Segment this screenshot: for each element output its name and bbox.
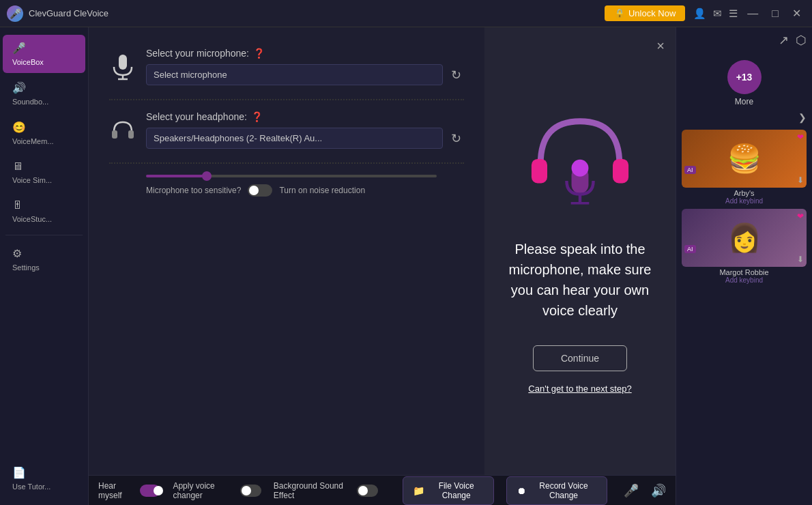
card-keybind[interactable]: Add keybind bbox=[682, 197, 807, 205]
headphone-row: Select your headphone: ❓ Speakers/Headph… bbox=[109, 111, 464, 149]
expand-icon[interactable]: ❯ bbox=[798, 112, 807, 123]
ai-badge: AI bbox=[684, 166, 696, 174]
title-bar: 🎤 ClevGuard CleVoice 🔒 Unlock Now 👤 ✉ ☰ … bbox=[0, 0, 812, 27]
headphone-field: Select your headphone: ❓ Speakers/Headph… bbox=[146, 111, 464, 149]
right-panel: ↗ ⬡ +13 More ❯ 🍔 ❤ AI ⬇ Arby's Add keybi… bbox=[676, 27, 812, 505]
card-image: 👩 bbox=[682, 209, 807, 267]
apply-voice-changer-toggle[interactable] bbox=[240, 485, 261, 497]
download-icon: ⬇ bbox=[797, 255, 804, 264]
microphone-row: Select your microphone: ❓ Select microph… bbox=[109, 48, 464, 85]
bottom-bar: Hear myself Apply voice changer Backgrou… bbox=[89, 475, 676, 505]
svg-rect-3 bbox=[112, 130, 117, 139]
sidebar-item-voicebox[interactable]: 🎤 VoiceBox bbox=[3, 35, 85, 73]
background-sound-item: Background Sound Effect bbox=[274, 481, 378, 500]
microphone-help-icon[interactable]: ❓ bbox=[253, 48, 265, 59]
cant-get-link[interactable]: Can't get to the next step? bbox=[528, 384, 631, 394]
divider-2 bbox=[109, 162, 464, 164]
maximize-button[interactable]: □ bbox=[768, 6, 783, 21]
speaker-control-icon[interactable]: 🔊 bbox=[651, 483, 666, 498]
sidebar-item-voicestudio[interactable]: 🎚 VoiceStuc... bbox=[3, 192, 85, 230]
minimize-button[interactable]: — bbox=[743, 6, 762, 21]
modal-overlay: Select your microphone: ❓ Select microph… bbox=[89, 27, 676, 475]
app-title: ClevGuard CleVoice bbox=[29, 8, 605, 18]
continue-button[interactable]: Continue bbox=[533, 345, 627, 371]
volume-slider-row bbox=[146, 175, 437, 177]
main-layout: 🎤 VoiceBox 🔊 Soundbo... 😊 VoiceMem... 🖥 … bbox=[0, 27, 812, 505]
microphone-icon: 🎤 bbox=[12, 42, 26, 55]
apply-voice-changer-item: Apply voice changer bbox=[173, 481, 261, 500]
mail-icon[interactable]: ✉ bbox=[713, 8, 722, 20]
headphone-label: Select your headphone: ❓ bbox=[146, 111, 464, 122]
microphone-select[interactable]: Select microphone bbox=[146, 64, 443, 85]
card-keybind[interactable]: Add keybind bbox=[682, 276, 807, 284]
more-badge[interactable]: +13 bbox=[727, 60, 762, 94]
card-name: Arby's bbox=[682, 189, 807, 197]
microphone-visual bbox=[525, 109, 635, 218]
sidebar: 🎤 VoiceBox 🔊 Soundbo... 😊 VoiceMem... 🖥 … bbox=[0, 27, 89, 505]
svg-rect-0 bbox=[119, 55, 127, 70]
hear-myself-toggle[interactable] bbox=[140, 485, 161, 497]
menu-icon[interactable]: ☰ bbox=[729, 8, 738, 20]
noise-reduction-row: Microphone too sensitive? Turn on noise … bbox=[146, 184, 464, 197]
list-item: 🍔 ❤ AI ⬇ Arby's Add keybind bbox=[682, 130, 807, 205]
soundboard-icon: 🔊 bbox=[12, 81, 26, 94]
card-image: 🍔 bbox=[682, 130, 807, 188]
sidebar-item-tutorial[interactable]: 📄 Use Tutor... bbox=[3, 459, 85, 497]
noise-toggle-label: Turn on noise reduction bbox=[279, 186, 365, 195]
svg-rect-6 bbox=[613, 158, 628, 183]
external-link-icon[interactable]: ↗ bbox=[779, 33, 789, 48]
hear-myself-label: Hear myself bbox=[98, 481, 136, 500]
svg-point-8 bbox=[572, 159, 589, 176]
file-icon: 📁 bbox=[413, 485, 424, 496]
file-voice-change-button[interactable]: 📁 File Voice Change bbox=[403, 476, 494, 505]
microphone-refresh-button[interactable]: ↻ bbox=[448, 65, 464, 85]
document-icon: 📄 bbox=[12, 466, 26, 479]
sidebar-item-soundboard[interactable]: 🔊 Soundbo... bbox=[3, 74, 85, 113]
right-panel-cards: 🍔 ❤ AI ⬇ Arby's Add keybind 👩 ❤ AI ⬇ Mar… bbox=[682, 130, 807, 284]
sidebar-item-settings[interactable]: ⚙ Settings bbox=[3, 240, 85, 278]
noise-label: Microphone too sensitive? bbox=[146, 186, 241, 195]
mic-control-icon[interactable]: 🎤 bbox=[624, 483, 639, 498]
ai-badge: AI bbox=[684, 245, 696, 253]
headphone-select[interactable]: Speakers/Headphones (2- Realtek(R) Au... bbox=[146, 128, 443, 149]
download-icon: ⬇ bbox=[797, 175, 804, 185]
microphone-label: Select your microphone: ❓ bbox=[146, 48, 464, 59]
hear-myself-item: Hear myself bbox=[98, 481, 160, 500]
sidebar-item-voicesim[interactable]: 🖥 Voice Sim... bbox=[3, 154, 85, 191]
headphone-select-row: Speakers/Headphones (2- Realtek(R) Au...… bbox=[146, 128, 464, 149]
apply-voice-label: Apply voice changer bbox=[173, 481, 236, 500]
mic-test-panel: × bbox=[484, 27, 676, 475]
headphone-refresh-button[interactable]: ↻ bbox=[448, 128, 464, 149]
center-content: 👨 💙 Phone Guy Add keybind 🐻 💙 Freddy Faz… bbox=[89, 27, 676, 505]
setup-panel: Select your microphone: ❓ Select microph… bbox=[89, 27, 484, 475]
background-sound-toggle[interactable] bbox=[357, 485, 378, 497]
right-panel-icons: ↗ ⬡ bbox=[682, 33, 807, 48]
headphone-device-icon bbox=[109, 117, 136, 144]
mic-prompt: Please speak into the microphone, make s… bbox=[505, 239, 655, 321]
noise-reduction-toggle[interactable] bbox=[248, 184, 272, 197]
unlock-button[interactable]: 🔒 Unlock Now bbox=[605, 5, 685, 21]
sidebar-item-voicememo[interactable]: 😊 VoiceMem... bbox=[3, 114, 85, 152]
profile-icon[interactable]: 👤 bbox=[693, 8, 706, 20]
woman-card: 👩 ❤ AI ⬇ bbox=[682, 209, 807, 267]
app-logo: 🎤 bbox=[7, 5, 23, 22]
record-voice-change-button[interactable]: ⏺ Record Voice Change bbox=[506, 476, 607, 505]
more-label: More bbox=[682, 97, 807, 106]
card-name: Margot Robbie bbox=[682, 268, 807, 276]
modal-close-button[interactable]: × bbox=[656, 38, 665, 54]
gear-icon: ⚙ bbox=[12, 247, 22, 260]
microphone-field: Select your microphone: ❓ Select microph… bbox=[146, 48, 464, 85]
favorite-icon: ❤ bbox=[797, 132, 804, 142]
3d-box-icon[interactable]: ⬡ bbox=[796, 33, 807, 48]
microphone-device-icon bbox=[109, 53, 136, 81]
microphone-select-row: Select microphone ↻ bbox=[146, 64, 464, 85]
background-sound-label: Background Sound Effect bbox=[274, 481, 353, 500]
volume-slider[interactable] bbox=[146, 175, 437, 177]
svg-rect-4 bbox=[128, 130, 134, 139]
close-button[interactable]: ✕ bbox=[788, 5, 805, 21]
emoji-icon: 😊 bbox=[12, 121, 26, 134]
display-icon: 🖥 bbox=[12, 160, 23, 173]
window-controls: 👤 ✉ ☰ — □ ✕ bbox=[693, 5, 805, 21]
headphone-help-icon[interactable]: ❓ bbox=[251, 111, 263, 122]
list-item: 👩 ❤ AI ⬇ Margot Robbie Add keybind bbox=[682, 209, 807, 284]
